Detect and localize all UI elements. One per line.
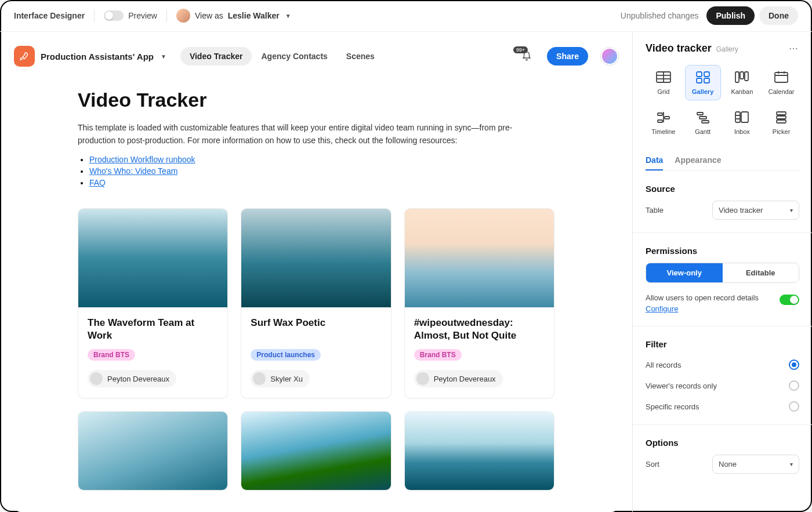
filter-specific-records[interactable]: Specific records [646, 401, 799, 412]
permissions-segmented: View-only Editable [646, 263, 799, 283]
card-image [78, 209, 227, 307]
page-description: This template is loaded with customizabl… [78, 122, 530, 147]
layout-type-grid: Grid Gallery Kanban Calendar Timeline [646, 65, 799, 140]
layout-inbox-option[interactable]: Inbox [724, 105, 760, 140]
link-runbook[interactable]: Production Workflow runbook [89, 155, 195, 164]
gallery-card[interactable]: Surf Wax Poetic Product launches Skyler … [241, 208, 391, 398]
configure-link[interactable]: Configure [646, 304, 780, 313]
avatar-icon [253, 372, 266, 385]
sort-select[interactable]: None ▾ [712, 455, 799, 474]
gallery-card[interactable]: #wipeoutwednesday: Almost, But Not Quite… [404, 208, 554, 398]
svg-rect-7 [704, 78, 709, 83]
svg-rect-26 [777, 112, 786, 115]
unpublished-changes-label: Unpublished changes [621, 11, 699, 20]
layout-gallery-option[interactable]: Gallery [685, 65, 721, 100]
select-value: Video tracker [719, 206, 763, 215]
app-nav: Video Tracker Agency Contacts Scenes [180, 47, 384, 66]
svg-rect-16 [658, 113, 662, 115]
person-name: Peyton Devereaux [107, 375, 169, 383]
nav-agency-contacts[interactable]: Agency Contacts [252, 47, 336, 66]
layout-kanban-option[interactable]: Kanban [724, 65, 760, 100]
permission-view-only[interactable]: View-only [646, 263, 723, 282]
filter-viewers-records[interactable]: Viewer's records only [646, 380, 799, 391]
gallery-card[interactable]: The Waveform Team at Work Brand BTS Peyt… [78, 208, 228, 398]
done-button[interactable]: Done [759, 6, 798, 25]
tab-appearance[interactable]: Appearance [675, 151, 721, 170]
tab-data[interactable]: Data [646, 151, 663, 170]
view-as-name: Leslie Walker [228, 11, 280, 20]
page-title: Video Tracker [78, 89, 554, 111]
gallery-grid: The Waveform Team at Work Brand BTS Peyt… [78, 208, 554, 491]
gallery-card[interactable] [404, 411, 554, 491]
filter-all-records[interactable]: All records [646, 360, 799, 370]
notification-badge: 99+ [513, 46, 528, 53]
svg-rect-8 [735, 72, 739, 82]
source-table-select[interactable]: Video tracker ▾ [712, 201, 799, 220]
card-image [405, 209, 554, 307]
sidepanel-subtitle: Gallery [716, 45, 738, 53]
allow-open-details-toggle[interactable] [780, 295, 799, 305]
layout-label: Calendar [768, 88, 795, 95]
card-title: #wipeoutwednesday: Almost, But Not Quite [414, 317, 545, 343]
svg-rect-5 [704, 72, 709, 77]
calendar-icon [773, 70, 789, 84]
sidepanel-title: Video tracker [646, 42, 712, 55]
permission-editable[interactable]: Editable [723, 263, 799, 282]
svg-rect-28 [777, 120, 786, 123]
layout-label: Picker [773, 128, 791, 135]
card-person: Peyton Devereaux [414, 370, 503, 387]
layout-picker-option[interactable]: Picker [763, 105, 799, 140]
picker-icon [773, 110, 789, 124]
link-whos-who[interactable]: Who's Who: Video Team [89, 166, 177, 176]
sort-label: Sort [646, 460, 659, 469]
layout-gantt-option[interactable]: Gantt [685, 105, 721, 140]
source-label: Table [646, 206, 664, 215]
view-as-prefix: View as [195, 11, 223, 20]
layout-label: Gantt [695, 128, 710, 135]
svg-rect-10 [745, 72, 748, 81]
avatar-icon [416, 372, 429, 385]
card-image [241, 412, 390, 490]
layout-label: Grid [657, 88, 669, 95]
kanban-icon [734, 70, 750, 84]
share-button[interactable]: Share [547, 47, 588, 66]
publish-button[interactable]: Publish [706, 6, 755, 25]
allow-open-details-label: Allow users to open record details [646, 293, 759, 302]
chevron-down-icon[interactable]: ▼ [161, 53, 166, 60]
filter-option-label: Specific records [646, 402, 699, 411]
link-faq[interactable]: FAQ [89, 178, 106, 187]
view-as-selector[interactable]: View as Leslie Walker ▼ [176, 9, 291, 23]
svg-rect-4 [697, 72, 702, 77]
permissions-heading: Permissions [646, 246, 799, 256]
gallery-card[interactable] [241, 411, 391, 491]
user-avatar[interactable] [601, 48, 618, 65]
layout-calendar-option[interactable]: Calendar [763, 65, 799, 100]
app-name[interactable]: Production Assistants' App [41, 52, 154, 61]
radio-icon [789, 360, 799, 370]
resource-links: Production Workflow runbook Who's Who: V… [78, 155, 554, 187]
notifications-button[interactable]: 99+ [519, 49, 534, 64]
config-sidepanel: Video tracker Gallery ⋯ Grid Gallery Kan… [632, 32, 812, 512]
gantt-icon [695, 110, 711, 124]
svg-rect-27 [777, 116, 786, 119]
card-person: Skyler Xu [251, 370, 310, 387]
card-tag: Brand BTS [414, 349, 462, 361]
app-header: Production Assistants' App ▼ Video Track… [14, 43, 618, 76]
radio-icon [789, 401, 799, 412]
person-name: Skyler Xu [270, 375, 303, 383]
designer-bar: Interface Designer Preview View as Lesli… [0, 0, 812, 32]
svg-rect-9 [740, 72, 744, 79]
layout-grid-option[interactable]: Grid [646, 65, 682, 100]
filter-heading: Filter [646, 339, 799, 349]
layout-label: Gallery [692, 88, 713, 95]
layout-timeline-option[interactable]: Timeline [646, 105, 682, 140]
card-person: Peyton Devereaux [88, 370, 176, 387]
more-button[interactable]: ⋯ [789, 44, 799, 53]
nav-video-tracker[interactable]: Video Tracker [180, 47, 252, 66]
app-icon[interactable] [14, 46, 35, 67]
gallery-card[interactable] [78, 411, 228, 491]
preview-toggle[interactable]: Preview [104, 10, 157, 21]
card-image [241, 209, 390, 307]
layout-label: Kanban [731, 88, 753, 95]
nav-scenes[interactable]: Scenes [337, 47, 384, 66]
